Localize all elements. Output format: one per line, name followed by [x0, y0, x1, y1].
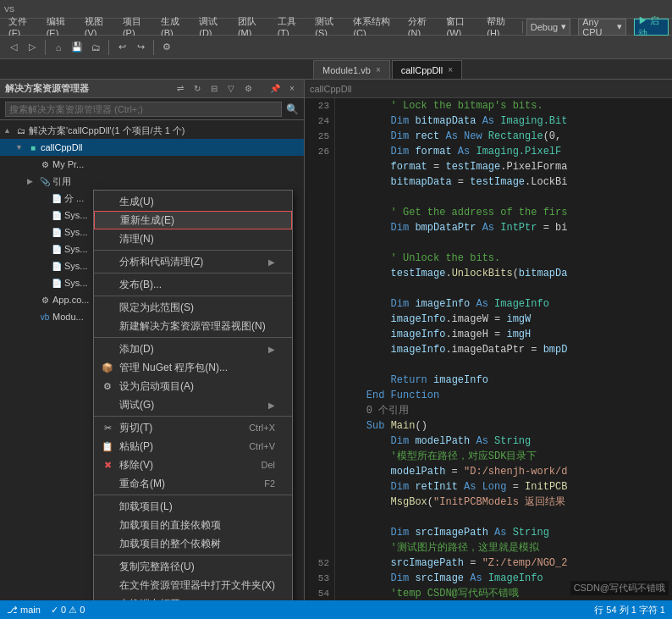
ctx-loadall[interactable]: 加载项目的整个依赖树	[94, 534, 292, 553]
panel-title: 解决方案资源管理器	[5, 82, 89, 95]
ctx-setstartup[interactable]: ⚙ 设为启动项目(A)	[94, 377, 292, 395]
ref4-icon: 📄	[51, 243, 63, 255]
ln-24: 24	[310, 113, 329, 129]
ctx-scope-label: 限定为此范围(S)	[119, 301, 194, 315]
code-line-refcount: 0 个引用	[342, 403, 665, 418]
ctx-analyze-label: 分析和代码清理(Z)	[119, 255, 203, 269]
code-line-getaddr: ' Get the address of the firs	[342, 205, 665, 220]
ctx-newview[interactable]: 新建解决方案资源管理器视图(N)	[94, 317, 292, 335]
panel-settings-icon[interactable]: ⚙	[241, 82, 255, 96]
ctx-setstartup-label: 设为启动项目(A)	[119, 379, 194, 394]
ctx-cut-shortcut: Ctrl+X	[249, 423, 275, 433]
code-line-imagew: imageInfo.imageW = imgW	[342, 312, 665, 327]
ctx-rebuild[interactable]: 重新生成(E)	[94, 211, 292, 229]
ref4-expand	[39, 245, 49, 253]
platform-dropdown[interactable]: Any CPU ▾	[578, 19, 626, 36]
tab-module1[interactable]: Module1.vb ×	[313, 60, 390, 79]
ctx-scope[interactable]: 限定为此范围(S)	[94, 298, 292, 317]
ctx-startup-icon: ⚙	[101, 379, 114, 393]
ctx-sep-5	[94, 416, 292, 417]
panel-sync-icon[interactable]: ⇌	[174, 82, 187, 96]
appconfig-icon: ⚙	[39, 294, 51, 306]
toolbar-sep-3	[153, 40, 154, 55]
code-line-imageinfo-decl: Dim imageInfo As ImageInfo	[342, 296, 665, 312]
ref6-icon: 📄	[51, 277, 63, 289]
panel-close-icon[interactable]: ×	[285, 82, 299, 96]
ln-blank7	[310, 251, 329, 266]
toolbar-settings[interactable]: ⚙	[158, 39, 175, 56]
debug-mode-dropdown[interactable]: Debug ▾	[526, 19, 570, 36]
start-button[interactable]: ▶ 启动	[634, 19, 669, 36]
ctx-remove[interactable]: ✖ 移除(V) Del	[94, 456, 292, 474]
panel-pin-icon[interactable]: 📌	[268, 82, 282, 96]
appconfig-label: App.co...	[52, 295, 89, 305]
ctx-debug-label: 调试(G)	[119, 398, 154, 412]
toolbar-redo[interactable]: ↪	[132, 39, 149, 56]
code-editor: callCppDll 23 24 25 26	[305, 80, 672, 600]
ln-blank19	[310, 434, 329, 449]
ln-25: 25	[310, 129, 329, 144]
search-input[interactable]	[5, 102, 282, 117]
ctx-remove-label: 移除(V)	[119, 458, 153, 473]
ctx-rename[interactable]: 重命名(M) F2	[94, 474, 292, 493]
tab-module1-close[interactable]: ×	[376, 65, 381, 75]
solution-label: 解决方案'callCppDll'(1 个项目/共 1 个)	[29, 124, 185, 137]
code-line-format: format = testImage.PixelForma	[342, 159, 665, 174]
ctx-add[interactable]: 添加(D) ▶	[94, 340, 292, 358]
tree-project[interactable]: ▼ ■ callCppDll	[0, 139, 304, 156]
ctx-newview-label: 新建解决方案资源管理器视图(N)	[119, 319, 266, 334]
code-line-submain: Sub Main()	[342, 418, 665, 434]
ctx-build[interactable]: 生成(U)	[94, 192, 292, 211]
ctx-paste[interactable]: 📋 粘贴(P) Ctrl+V	[94, 437, 292, 456]
tab-callcppdll[interactable]: callCppDll ×	[392, 60, 462, 79]
ln-blank11	[310, 312, 329, 327]
ctx-cut[interactable]: ✂ 剪切(T) Ctrl+X	[94, 418, 292, 437]
code-line-52: srcImagePath = "Z:/temp/NGO_2	[342, 555, 665, 571]
toolbar-undo[interactable]: ↩	[113, 39, 130, 56]
ln-23: 23	[310, 98, 329, 113]
code-content[interactable]: ' Lock the bitmap's bits. Dim bitmapData…	[335, 98, 672, 600]
ctx-loaddirect[interactable]: 加载项目的直接依赖项	[94, 516, 292, 534]
code-area[interactable]: 23 24 25 26	[305, 98, 672, 600]
ln-blank18	[310, 418, 329, 434]
search-icon[interactable]: 🔍	[285, 102, 299, 116]
ctx-clean[interactable]: 清理(N)	[94, 229, 292, 248]
tree-references[interactable]: ▶ 📎 引用	[0, 173, 304, 190]
ref5-icon: 📄	[51, 260, 63, 272]
panel-filter-icon[interactable]: ▽	[224, 82, 238, 96]
toolbar-forward[interactable]: ▷	[24, 39, 41, 56]
ctx-sep-4	[94, 337, 292, 338]
ln-53: 53	[310, 571, 329, 586]
search-box: 🔍	[0, 98, 304, 120]
panel-collapse-icon[interactable]: ⊟	[207, 82, 221, 96]
toolbar-saveall[interactable]: 🗂	[87, 39, 104, 56]
ctx-debug-arrow: ▶	[268, 401, 275, 410]
panel-refresh-icon[interactable]: ↻	[190, 82, 204, 96]
ctx-openterminal[interactable]: 在终端中打开	[94, 594, 292, 600]
watermark: CSDN@写代码不错哦	[570, 581, 669, 595]
toolbar-save[interactable]: 💾	[69, 39, 85, 56]
ctx-analyze[interactable]: 分析和代码清理(Z) ▶	[94, 252, 292, 271]
ctx-unload[interactable]: 卸载项目(L)	[94, 497, 292, 516]
ref5-label: Sys...	[64, 261, 88, 271]
myproperties-label: My Pr...	[52, 159, 84, 169]
toolbar-home[interactable]: ⌂	[50, 39, 67, 56]
ctx-publish[interactable]: 发布(B)...	[94, 275, 292, 294]
toolbar-back[interactable]: ◁	[5, 39, 22, 56]
tree-solution[interactable]: ▲ 🗂 解决方案'callCppDll'(1 个项目/共 1 个)	[0, 122, 304, 139]
toolbar-sep-1	[45, 40, 46, 55]
ctx-nuget[interactable]: 📦 管理 NuGet 程序包(N)...	[94, 358, 292, 377]
code-line-blank4	[342, 357, 665, 373]
references-label: 引用	[52, 175, 71, 188]
code-line-blank3	[342, 281, 665, 296]
ctx-remove-shortcut: Del	[261, 460, 275, 470]
ctx-openexplorer[interactable]: 在文件资源管理器中打开文件夹(X)	[94, 576, 292, 594]
ctx-debug[interactable]: 调试(G) ▶	[94, 395, 292, 414]
ctx-clean-label: 清理(N)	[119, 232, 154, 246]
vs-logo-icon: VS	[3, 3, 15, 15]
ctx-sep-2	[94, 273, 292, 274]
tree-myproperties[interactable]: ⚙ My Pr...	[0, 156, 304, 173]
tab-callcppdll-close[interactable]: ×	[448, 65, 453, 75]
appconfig-expand	[27, 296, 37, 304]
ctx-copypath[interactable]: 复制完整路径(U)	[94, 557, 292, 576]
